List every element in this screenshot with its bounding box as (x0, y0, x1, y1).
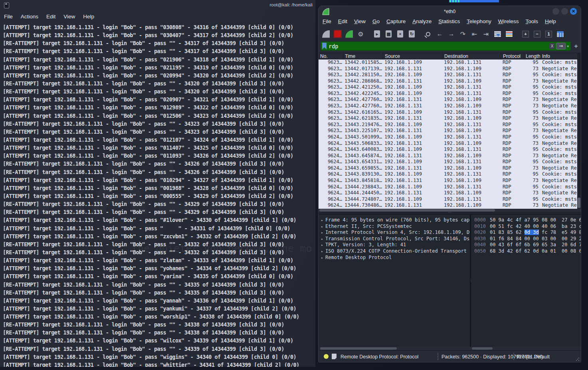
column-time[interactable]: Time (343, 53, 383, 59)
menu-view[interactable]: View (63, 14, 75, 20)
detail-tree-row[interactable]: ▸Transmission Control Protocol, Src Port… (321, 236, 470, 242)
detail-tree-row[interactable]: ▸ISO 8073/X.224 COTP Connection-Oriented… (321, 248, 470, 255)
hex-row[interactable]: 005068 3d 42 6f 62 0d 0a 0100 08 0 (474, 248, 581, 255)
expand-arrow-icon[interactable]: ▸ (321, 237, 323, 241)
stop-capture-icon[interactable] (333, 29, 343, 39)
auto-scroll-icon[interactable] (493, 29, 503, 39)
detail-tree-row[interactable]: ▸Ethernet II, Src: PCSSystemtec (321, 224, 470, 230)
menu-view[interactable]: View (354, 18, 366, 24)
packet-row[interactable]: 9624…13444.244450…192.168.1.131192.168.1… (319, 190, 578, 196)
restart-capture-icon[interactable] (344, 29, 354, 39)
hex-row[interactable]: 004000 43 6f 6f 6b 69 65 3a20 6d 7 (474, 242, 581, 248)
resize-grip[interactable] (576, 357, 580, 361)
detail-tree-row[interactable]: ▸Remote Desktop Protocol (321, 255, 470, 261)
menu-help[interactable]: Help (545, 18, 556, 24)
menu-edit[interactable]: Edit (338, 18, 347, 24)
filter-dropdown-icon[interactable]: ▾ (567, 44, 569, 48)
packet-row[interactable]: 9624…13443.501099…192.168.1.109192.168.1… (319, 134, 578, 140)
expand-arrow-icon[interactable]: ▸ (321, 255, 323, 260)
scrollbar-thumb[interactable] (578, 198, 580, 208)
scrollbar-thumb[interactable] (320, 347, 397, 350)
detail-tree-row[interactable]: ▸TPKT, Version: 3, Length: 41 (321, 242, 470, 248)
column-source[interactable]: Source (383, 53, 443, 59)
menu-wireless[interactable]: Wireless (498, 18, 519, 24)
packet-row[interactable]: 9624…13443.506833…192.168.1.131192.168.1… (319, 140, 578, 147)
filter-add-button[interactable]: + (572, 42, 580, 50)
save-file-icon[interactable]: ▦ (384, 29, 394, 39)
expand-arrow-icon[interactable]: ▸ (321, 230, 323, 235)
menu-statistics[interactable]: Statistics (438, 18, 460, 24)
packet-row[interactable]: 9624…13443.645874…192.168.1.131192.168.1… (319, 153, 578, 159)
packet-list-header[interactable]: No. Time Source Destination Protocol Len… (319, 53, 578, 59)
terminal-titlebar[interactable]: root@kali: /home/kali (0, 0, 315, 10)
packet-row[interactable]: 9623…13442.011585…192.168.1.109192.168.1… (319, 59, 578, 66)
expert-info-icon[interactable] (324, 354, 329, 359)
column-destination[interactable]: Destination (443, 53, 501, 59)
expand-arrow-icon[interactable]: ▸ (321, 224, 323, 229)
bytes-hscrollbar[interactable] (471, 347, 581, 350)
packet-row[interactable]: 9624…13443.654331…192.168.1.109192.168.1… (319, 159, 578, 165)
reload-file-icon[interactable]: ↻ (407, 29, 417, 39)
packet-row[interactable]: 9623…13442.427760…192.168.1.131192.168.1… (319, 103, 578, 109)
filter-apply-icon[interactable]: ➞ (556, 43, 566, 49)
menu-go[interactable]: Go (372, 18, 380, 24)
packet-row[interactable]: 9624…13443.640083…192.168.1.109192.168.1… (319, 146, 578, 153)
packet-row[interactable]: 9623…13442.286868…192.168.1.131192.168.1… (319, 78, 578, 85)
hex-row[interactable]: 001000 51 fc 42 40 00 40 06ba 23 c (474, 224, 581, 230)
scrollbar-thumb[interactable] (319, 209, 495, 212)
packet-row[interactable]: 9623…13442.421250…192.168.1.109192.168.1… (319, 84, 578, 91)
packet-row[interactable]: 9624…13444.724807…192.168.1.109192.168.1… (319, 196, 578, 203)
packet-row[interactable]: 9624…13444.238843…192.168.1.109192.168.1… (319, 184, 578, 190)
menu-file[interactable]: File (4, 14, 13, 20)
column-no[interactable]: No. (319, 53, 343, 59)
menu-edit[interactable]: Edit (46, 14, 55, 20)
hex-row[interactable]: 000050 9a 4c 4f a7 95 08 0027 0e 6 (474, 217, 581, 224)
packet-row[interactable]: 9624…13443.845818…192.168.1.131192.168.1… (319, 178, 578, 184)
packet-row[interactable]: 9623…13442.621835…192.168.1.131192.168.1… (319, 115, 578, 122)
colorize-icon[interactable] (504, 29, 514, 39)
packet-row[interactable]: 9623…13442.422245…192.168.1.109192.168.1… (319, 91, 578, 97)
packet-row[interactable]: 9624…13444.730486…192.168.1.131192.168.1… (319, 202, 578, 209)
wireshark-titlebar[interactable]: *eth0 ✕ (319, 6, 581, 17)
scrollbar-thumb[interactable] (472, 347, 493, 350)
resize-columns-icon[interactable] (555, 29, 565, 39)
packet-row[interactable]: 9624…13443.659855…192.168.1.131192.168.1… (319, 165, 578, 172)
column-protocol[interactable]: Protocol (501, 53, 524, 59)
expand-arrow-icon[interactable]: ▸ (321, 218, 323, 222)
menu-file[interactable]: File (323, 18, 331, 24)
column-info[interactable]: Info (540, 53, 578, 59)
detail-tree-row[interactable]: ▸Frame 4: 95 bytes on wire (760 bits), 9… (321, 217, 470, 224)
packet-row[interactable]: 9623…13442.427760…192.168.1.131192.168.1… (319, 97, 578, 103)
hex-row[interactable]: 002001 83 85 62 0d 3d fc 78e5 49 8 (474, 230, 581, 236)
terminal-output[interactable]: [ATTEMPT] target 192.168.1.131 - login "… (3, 23, 315, 367)
menu-telephony[interactable]: Telephony (467, 18, 491, 24)
go-back-icon[interactable]: ← (435, 29, 445, 39)
find-packet-icon[interactable] (423, 29, 433, 39)
go-forward-icon[interactable]: → (446, 29, 456, 39)
details-hscrollbar[interactable] (319, 347, 470, 350)
go-first-packet-icon[interactable]: ⇤ (469, 29, 479, 39)
zoom-in-icon[interactable]: + (521, 29, 531, 39)
menu-capture[interactable]: Capture (386, 18, 406, 24)
go-to-packet-icon[interactable]: ↷ (458, 29, 468, 39)
menu-actions[interactable]: Actions (21, 14, 38, 20)
bookmark-icon[interactable] (322, 43, 327, 49)
capture-options-icon[interactable]: ⚙ (356, 29, 366, 39)
zoom-100-icon[interactable]: 1 (544, 29, 554, 39)
open-file-icon[interactable]: ▸ (372, 29, 382, 39)
zoom-out-icon[interactable]: − (532, 29, 542, 39)
packet-details-pane[interactable]: ▸Frame 4: 95 bytes on wire (760 bits), 9… (319, 214, 470, 347)
close-file-icon[interactable]: × (395, 29, 405, 39)
go-last-packet-icon[interactable]: ⇥ (481, 29, 491, 39)
packet-row[interactable]: 9624…13443.839130…192.168.1.109192.168.1… (319, 171, 578, 178)
menu-help[interactable]: Help (83, 14, 94, 20)
close-button[interactable]: ✕ (570, 8, 577, 15)
packet-row[interactable]: 9623…13442.017139…192.168.1.131192.168.1… (319, 66, 578, 72)
column-length[interactable]: Length (524, 53, 540, 59)
detail-tree-row[interactable]: ▸Internet Protocol Version 4, Src: 192.1… (321, 230, 470, 236)
start-capture-icon[interactable] (321, 29, 331, 39)
expand-arrow-icon[interactable]: ▸ (321, 243, 323, 247)
hex-row[interactable]: 003001 f6 84 84 00 00 03 0000 29 2 (474, 236, 581, 242)
packet-row[interactable]: 9623…13442.281150…192.168.1.109192.168.1… (319, 72, 578, 78)
filter-clear-icon[interactable]: X (549, 43, 555, 49)
